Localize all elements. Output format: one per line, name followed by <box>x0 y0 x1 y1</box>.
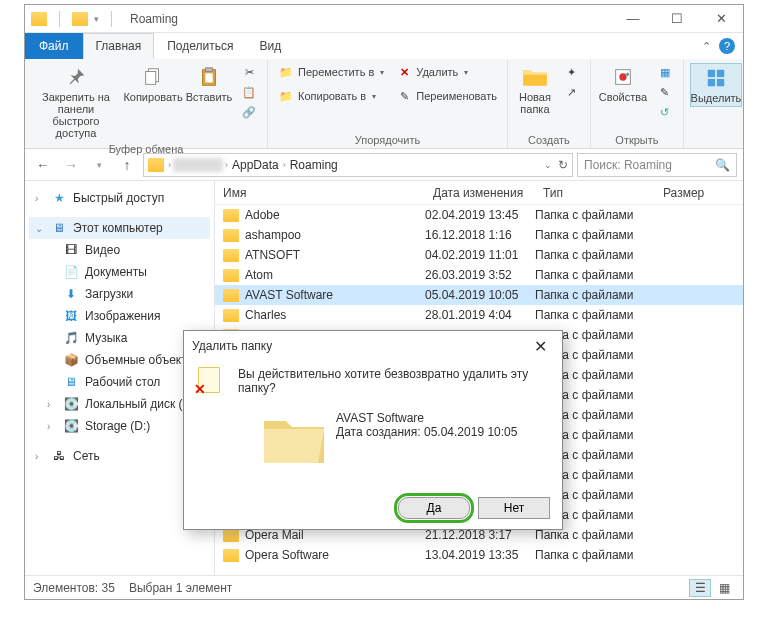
status-selection: Выбран 1 элемент <box>129 581 232 595</box>
help-icon[interactable]: ? <box>719 38 735 54</box>
dialog-title: Удалить папку <box>192 339 272 353</box>
details-view-button[interactable]: ☰ <box>689 579 711 597</box>
nav-videos[interactable]: 🎞Видео <box>29 239 210 261</box>
newfolder-button[interactable]: Новая папка <box>514 63 556 117</box>
copyto-button[interactable]: 📁Копировать в▾ <box>274 87 388 105</box>
no-button[interactable]: Нет <box>478 497 550 519</box>
back-button[interactable]: ← <box>31 153 55 177</box>
copy-button[interactable]: Копировать <box>125 63 181 105</box>
warning-icon: ✕ <box>198 367 226 395</box>
delete-icon: ✕ <box>396 64 412 80</box>
collapse-ribbon-icon[interactable]: ⌃ <box>702 40 711 53</box>
folder-icon <box>148 158 164 172</box>
tab-view[interactable]: Вид <box>246 33 294 59</box>
recent-button[interactable]: ▾ <box>87 153 111 177</box>
nav-downloads[interactable]: ⬇Загрузки <box>29 283 210 305</box>
close-button[interactable]: ✕ <box>699 5 743 33</box>
column-headers[interactable]: Имя Дата изменения Тип Размер <box>215 181 743 205</box>
table-row[interactable]: ATNSOFT04.02.2019 11:01Папка с файлами <box>215 245 743 265</box>
dialog-close-button[interactable]: ✕ <box>526 337 554 356</box>
table-row[interactable]: Atom26.03.2019 3:52Папка с файлами <box>215 265 743 285</box>
paste-button[interactable]: Вставить <box>185 63 233 105</box>
select-button[interactable]: Выделить <box>690 63 742 107</box>
picture-icon: 🖼 <box>63 308 79 324</box>
breadcrumb-user[interactable]: xxxxx <box>173 158 223 172</box>
breadcrumb-appdata[interactable]: AppData <box>230 158 281 172</box>
copypath-button[interactable]: 📋 <box>237 83 261 101</box>
rename-button[interactable]: ✎Переименовать <box>392 87 501 105</box>
file-type: Папка с файлами <box>535 548 655 562</box>
copyto-icon: 📁 <box>278 88 294 104</box>
document-icon: 📄 <box>63 264 79 280</box>
paste-label: Вставить <box>186 91 233 103</box>
table-row[interactable]: Opera Software13.04.2019 13:35Папка с фа… <box>215 545 743 565</box>
col-name[interactable]: Имя <box>215 186 425 200</box>
breadcrumb[interactable]: › xxxxx › AppData › Roaming ⌄↻ <box>143 153 573 177</box>
minimize-button[interactable]: — <box>611 5 655 33</box>
select-icon <box>702 66 730 90</box>
svg-point-6 <box>619 73 626 80</box>
folder-icon <box>223 309 239 322</box>
properties-icon <box>609 65 637 89</box>
scissors-icon: ✂ <box>241 64 257 80</box>
history-icon: ↺ <box>657 104 673 120</box>
expand-icon: › <box>35 193 45 204</box>
file-name: AVAST Software <box>245 288 333 302</box>
nav-this-pc[interactable]: ⌄🖥Этот компьютер <box>29 217 210 239</box>
properties-button[interactable]: Свойства <box>597 63 649 105</box>
folder-icon <box>223 289 239 302</box>
table-row[interactable]: ashampoo16.12.2018 1:16Папка с файлами <box>215 225 743 245</box>
icons-view-button[interactable]: ▦ <box>713 579 735 597</box>
moveto-icon: 📁 <box>278 64 294 80</box>
rename-icon: ✎ <box>396 88 412 104</box>
nav-pictures[interactable]: 🖼Изображения <box>29 305 210 327</box>
yes-button[interactable]: Да <box>398 497 470 519</box>
tab-home[interactable]: Главная <box>83 33 155 59</box>
up-button[interactable]: ↑ <box>115 153 139 177</box>
quick-access-toolbar: ▾ <box>25 11 118 27</box>
svg-rect-9 <box>708 79 715 86</box>
maximize-button[interactable]: ☐ <box>655 5 699 33</box>
desktop-icon: 🖥 <box>63 374 79 390</box>
col-type[interactable]: Тип <box>535 186 655 200</box>
breadcrumb-roaming[interactable]: Roaming <box>288 158 340 172</box>
pin-quickaccess-button[interactable]: Закрепить на панели быстрого доступа <box>31 63 121 141</box>
file-type: Папка с файлами <box>535 288 655 302</box>
open-button[interactable]: ▦ <box>653 63 677 81</box>
col-date[interactable]: Дата изменения <box>425 186 535 200</box>
folder-icon <box>223 549 239 562</box>
newitem-icon: ✦ <box>564 64 580 80</box>
table-row[interactable]: Charles28.01.2019 4:04Папка с файлами <box>215 305 743 325</box>
music-icon: 🎵 <box>63 330 79 346</box>
file-name: Opera Software <box>245 548 329 562</box>
search-input[interactable]: Поиск: Roaming 🔍 <box>577 153 737 177</box>
label: Новая папка <box>519 91 551 115</box>
file-name: Opera Mail <box>245 528 304 542</box>
folder-icon <box>72 12 88 26</box>
dropdown-icon[interactable]: ⌄ <box>544 160 552 170</box>
tab-share[interactable]: Поделиться <box>154 33 246 59</box>
edit-button[interactable]: ✎ <box>653 83 677 101</box>
table-row[interactable]: Adobe02.04.2019 13:45Папка с файлами <box>215 205 743 225</box>
drive-icon: 💽 <box>63 396 79 412</box>
forward-button[interactable]: → <box>59 153 83 177</box>
pasteshortcut-button[interactable]: 🔗 <box>237 103 261 121</box>
nav-documents[interactable]: 📄Документы <box>29 261 210 283</box>
ribbon-tabs: Файл Главная Поделиться Вид ⌃ ? <box>25 33 743 59</box>
newitem-button[interactable]: ✦ <box>560 63 584 81</box>
easyaccess-button[interactable]: ↗ <box>560 83 584 101</box>
dialog-titlebar: Удалить папку ✕ <box>184 331 562 361</box>
nav-quick-access[interactable]: ›★Быстрый доступ <box>29 187 210 209</box>
table-row[interactable]: AVAST Software05.04.2019 10:05Папка с фа… <box>215 285 743 305</box>
status-count: Элементов: 35 <box>33 581 115 595</box>
delete-button[interactable]: ✕Удалить▾ <box>392 63 501 81</box>
tab-file[interactable]: Файл <box>25 33 83 59</box>
folder-preview-icon <box>258 409 330 469</box>
file-date: 28.01.2019 4:04 <box>425 308 535 322</box>
moveto-button[interactable]: 📁Переместить в▾ <box>274 63 388 81</box>
history-button[interactable]: ↺ <box>653 103 677 121</box>
qat-dropdown-icon[interactable]: ▾ <box>94 14 99 24</box>
col-size[interactable]: Размер <box>655 186 715 200</box>
cut-button[interactable]: ✂ <box>237 63 261 81</box>
refresh-icon[interactable]: ↻ <box>558 158 568 172</box>
